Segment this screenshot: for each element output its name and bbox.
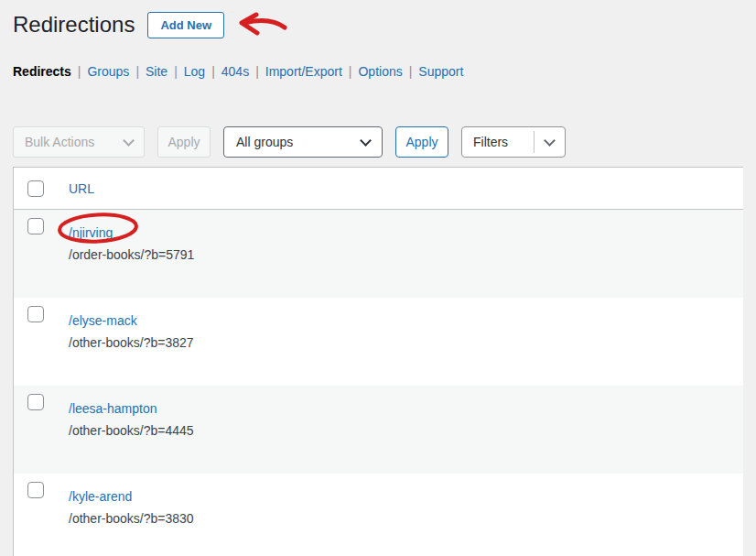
table-row: /kyle-arend /other-books/?b=3830 xyxy=(14,474,743,556)
chevron-down-icon xyxy=(360,135,372,147)
row-checkbox[interactable] xyxy=(27,306,44,322)
redirect-target-url: /other-books/?b=3827 xyxy=(69,334,194,351)
group-filter-select[interactable]: All groups xyxy=(223,126,383,158)
url-cell: /njirving /order-books/?b=5791 xyxy=(69,210,194,263)
redirect-target-url: /other-books/?b=3830 xyxy=(69,510,194,527)
redirect-source-link[interactable]: /njirving xyxy=(69,224,113,241)
nav-separator: | xyxy=(255,64,259,79)
redirect-source-link[interactable]: /kyle-arend xyxy=(69,488,132,505)
row-checkbox[interactable] xyxy=(27,394,44,410)
tab-support[interactable]: Support xyxy=(418,64,463,79)
tab-options[interactable]: Options xyxy=(358,64,402,79)
button-divider xyxy=(534,131,535,153)
redirects-table: URL /njirving /order-books/?b=5791 /elys… xyxy=(13,167,743,556)
filters-button[interactable]: Filters xyxy=(461,126,566,158)
url-cell: /elyse-mack /other-books/?b=3827 xyxy=(69,298,194,351)
select-all-checkbox[interactable] xyxy=(27,180,44,197)
url-cell: /leesa-hampton /other-books/?b=4445 xyxy=(69,386,194,439)
group-filter-value: All groups xyxy=(236,135,293,149)
nav-separator: | xyxy=(78,64,81,79)
redirect-target-url: /other-books/?b=4445 xyxy=(69,422,194,439)
tab-404s[interactable]: 404s xyxy=(221,64,249,79)
page-header: Redirections Add New xyxy=(13,8,756,41)
table-header-row: URL xyxy=(14,168,743,210)
redirect-source-link[interactable]: /elyse-mack xyxy=(69,312,137,329)
add-new-button[interactable]: Add New xyxy=(147,12,224,38)
row-checkbox[interactable] xyxy=(27,482,44,498)
group-apply-button[interactable]: Apply xyxy=(395,126,448,158)
table-row: /elyse-mack /other-books/?b=3827 xyxy=(14,298,743,386)
table-toolbar: Bulk Actions Apply All groups Apply Filt… xyxy=(13,126,756,158)
page-title: Redirections xyxy=(13,10,135,39)
tab-log[interactable]: Log xyxy=(184,64,205,79)
chevron-down-icon xyxy=(123,135,135,147)
tab-site[interactable]: Site xyxy=(146,64,167,79)
nav-separator: | xyxy=(174,64,178,79)
nav-separator: | xyxy=(409,64,413,79)
filters-label: Filters xyxy=(473,135,508,149)
row-checkbox[interactable] xyxy=(27,218,44,234)
plugin-tab-nav: Redirects|Groups|Site|Log|404s|Import/Ex… xyxy=(13,63,756,80)
column-header-url[interactable]: URL xyxy=(69,181,94,196)
url-cell: /kyle-arend /other-books/?b=3830 xyxy=(69,474,194,527)
tab-redirects[interactable]: Redirects xyxy=(13,64,71,79)
nav-separator: | xyxy=(135,64,139,79)
red-arrow-annotation-icon xyxy=(236,11,287,38)
redirect-source-link[interactable]: /leesa-hampton xyxy=(69,400,157,417)
nav-separator: | xyxy=(211,64,215,79)
redirection-admin-page: Redirections Add New Redirects|Groups|Si… xyxy=(0,0,756,556)
nav-separator: | xyxy=(349,64,352,79)
bulk-actions-select[interactable]: Bulk Actions xyxy=(13,126,145,158)
chevron-down-icon xyxy=(544,135,556,147)
bulk-apply-button[interactable]: Apply xyxy=(157,126,211,158)
redirect-target-url: /order-books/?b=5791 xyxy=(69,246,194,263)
table-row: /njirving /order-books/?b=5791 xyxy=(14,210,743,298)
tab-groups[interactable]: Groups xyxy=(87,64,129,79)
table-row: /leesa-hampton /other-books/?b=4445 xyxy=(14,386,743,474)
bulk-actions-label: Bulk Actions xyxy=(25,135,94,149)
tab-import-export[interactable]: Import/Export xyxy=(265,64,342,79)
